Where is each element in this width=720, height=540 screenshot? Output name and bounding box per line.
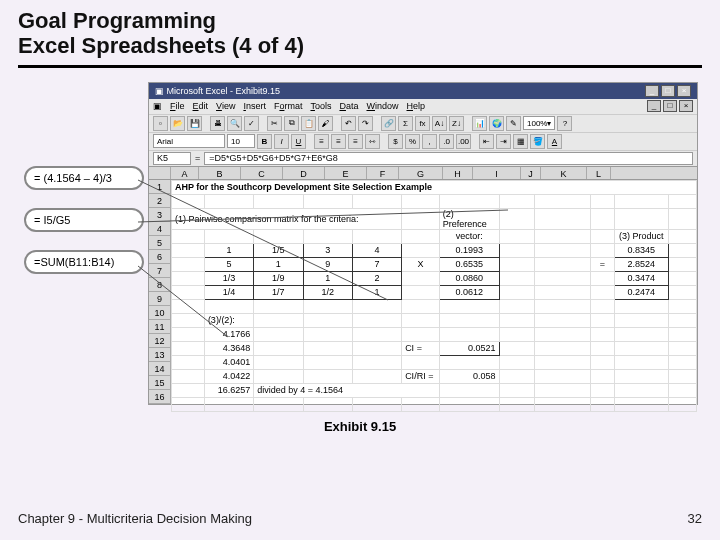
menu-view[interactable]: View [216,101,235,111]
dec-indent-icon[interactable]: ⇤ [479,134,494,149]
wb-close-button[interactable]: × [679,100,693,112]
italic-icon[interactable]: I [274,134,289,149]
menu-edit[interactable]: Edit [193,101,209,111]
align-right-icon[interactable]: ≡ [348,134,363,149]
dec-decimal-icon[interactable]: .00 [456,134,471,149]
excel-window: ▣ Microsoft Excel - Exhibit9.15 _ □ × ▣ … [148,82,698,405]
callout-formula-1: = (4.1564 – 4)/3 [24,166,144,190]
fill-color-icon[interactable]: 🪣 [530,134,545,149]
drawing-icon[interactable]: ✎ [506,116,521,131]
restore-button[interactable]: □ [661,85,675,97]
preview-icon[interactable]: 🔍 [227,116,242,131]
chart-icon[interactable]: 📊 [472,116,487,131]
title-underline [18,65,702,68]
excel-icon: ▣ [155,86,164,96]
fx-icon[interactable]: fx [415,116,430,131]
sort-asc-icon[interactable]: A↓ [432,116,447,131]
redo-icon[interactable]: ↷ [358,116,373,131]
slide-title: Goal Programming Excel Spreadsheets (4 o… [18,8,702,59]
menu-file[interactable]: File [170,101,185,111]
print-icon[interactable]: 🖶 [210,116,225,131]
formula-equals-icon: = [195,153,200,163]
fontsize-select[interactable]: 10 [227,134,255,148]
close-button[interactable]: × [677,85,691,97]
callout-formula-3: =SUM(B11:B14) [24,250,144,274]
formatting-toolbar: Arial 10 B I U ≡ ≡ ≡ ⇿ $ % , .0 .00 ⇤ ⇥ … [149,132,697,150]
new-icon[interactable]: ▫ [153,116,168,131]
cut-icon[interactable]: ✂ [267,116,282,131]
menu-data[interactable]: Data [339,101,358,111]
wb-minimize-button[interactable]: _ [647,100,661,112]
callout-formula-2: = I5/G5 [24,208,144,232]
format-painter-icon[interactable]: 🖌 [318,116,333,131]
inc-decimal-icon[interactable]: .0 [439,134,454,149]
sort-desc-icon[interactable]: Z↓ [449,116,464,131]
spell-icon[interactable]: ✓ [244,116,259,131]
inc-indent-icon[interactable]: ⇥ [496,134,511,149]
spreadsheet-grid[interactable]: ABCDEFGHIJKL 12345678910111213141516 AHP… [149,166,697,404]
link-icon[interactable]: 🔗 [381,116,396,131]
copy-icon[interactable]: ⧉ [284,116,299,131]
align-center-icon[interactable]: ≡ [331,134,346,149]
percent-icon[interactable]: % [405,134,420,149]
slide-footer: Chapter 9 - Multicriteria Decision Makin… [18,511,702,526]
exhibit-label: Exhibit 9.15 [18,419,702,434]
menu-bar: ▣ File Edit View Insert Format Tools Dat… [149,99,697,114]
wb-restore-button[interactable]: □ [663,100,677,112]
merge-icon[interactable]: ⇿ [365,134,380,149]
app-icon: ▣ [153,101,162,111]
underline-icon[interactable]: U [291,134,306,149]
help-icon[interactable]: ? [557,116,572,131]
excel-titlebar: ▣ Microsoft Excel - Exhibit9.15 _ □ × [149,83,697,99]
menu-insert[interactable]: Insert [243,101,266,111]
sum-icon[interactable]: Σ [398,116,413,131]
chapter-label: Chapter 9 - Multicriteria Decision Makin… [18,511,252,526]
undo-icon[interactable]: ↶ [341,116,356,131]
minimize-button[interactable]: _ [645,85,659,97]
bold-icon[interactable]: B [257,134,272,149]
map-icon[interactable]: 🌍 [489,116,504,131]
open-icon[interactable]: 📂 [170,116,185,131]
currency-icon[interactable]: $ [388,134,403,149]
formula-text[interactable]: =D5*G5+D5*G6+D5*G7+E6*G8 [204,152,693,165]
paste-icon[interactable]: 📋 [301,116,316,131]
menu-window[interactable]: Window [366,101,398,111]
page-number: 32 [688,511,702,526]
name-box[interactable]: K5 [153,152,191,165]
formula-bar: K5 = =D5*G5+D5*G6+D5*G7+E6*G8 [149,150,697,166]
align-left-icon[interactable]: ≡ [314,134,329,149]
save-icon[interactable]: 💾 [187,116,202,131]
font-select[interactable]: Arial [153,134,225,148]
comma-icon[interactable]: , [422,134,437,149]
borders-icon[interactable]: ▦ [513,134,528,149]
menu-format[interactable]: Format [274,101,303,111]
zoom-select[interactable]: 100% ▾ [523,116,555,130]
menu-tools[interactable]: Tools [310,101,331,111]
standard-toolbar: ▫ 📂 💾 🖶 🔍 ✓ ✂ ⧉ 📋 🖌 ↶ ↷ 🔗 Σ fx A↓ [149,114,697,132]
menu-help[interactable]: Help [407,101,426,111]
font-color-icon[interactable]: A [547,134,562,149]
